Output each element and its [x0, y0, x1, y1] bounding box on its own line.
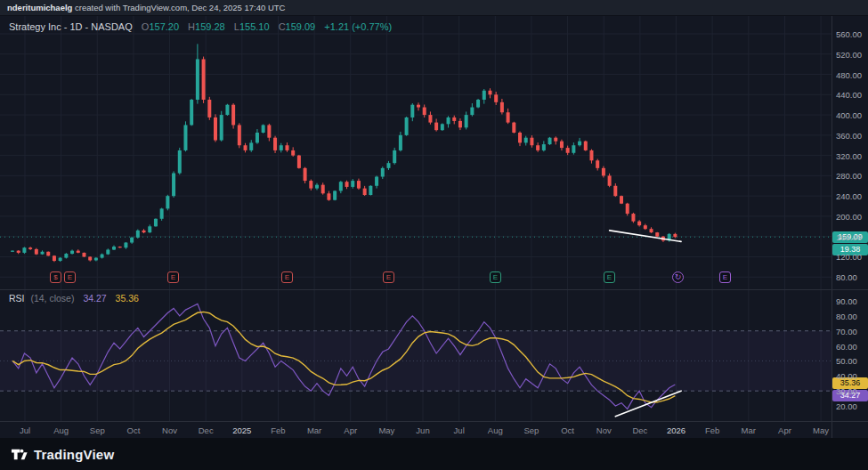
time-tick-label: Jul — [20, 425, 30, 435]
time-tick-label: Jun — [416, 425, 429, 435]
rsi-tick-label: 40.00 — [836, 371, 857, 381]
time-tick-label: Dec — [632, 425, 647, 435]
change-value: +1.21 (+0.77%) — [324, 21, 392, 32]
time-tick-label: May — [378, 425, 394, 435]
price-tick-label: 400.00 — [836, 110, 862, 120]
close-label: C — [279, 21, 286, 32]
time-tick-label: Apr — [344, 425, 357, 435]
rsi-tick-label: 70.00 — [836, 326, 857, 336]
time-tick-label: Nov — [596, 425, 612, 435]
tradingview-chart-page: nderitumichaelg created with TradingView… — [0, 0, 868, 470]
split-icon[interactable]: ↻ — [672, 271, 684, 283]
time-tick-label: Sep — [90, 425, 105, 435]
price-tick-label: 280.00 — [836, 171, 862, 181]
price-tick-label: 320.00 — [836, 150, 862, 160]
rsi-tick-label: 50.00 — [836, 356, 857, 366]
price-tick-label: 240.00 — [836, 191, 862, 201]
tradingview-logo-icon[interactable] — [11, 446, 28, 463]
footer-bar: TradingView — [0, 438, 868, 470]
earnings-icon[interactable]: E — [604, 271, 615, 283]
price-tick-label: 160.00 — [836, 231, 862, 241]
rsi-ma-current-value: 35.36 — [116, 293, 139, 304]
price-tick-label: 360.00 — [836, 130, 862, 140]
rsi-name[interactable]: RSI — [9, 293, 25, 304]
close-value: 159.09 — [286, 21, 316, 32]
time-tick-label: Dec — [199, 425, 214, 435]
price-tick-label: 80.00 — [836, 272, 857, 282]
time-tick-label: Sep — [524, 425, 539, 435]
earnings-icon[interactable]: E — [490, 271, 501, 283]
rsi-legend: RSI (14, close) 34.27 35.36 — [9, 293, 139, 304]
earnings-icon[interactable]: E — [167, 271, 179, 283]
time-tick-label: Feb — [271, 425, 285, 435]
price-tick-label: 200.00 — [836, 211, 862, 221]
time-tick-label: Oct — [561, 425, 574, 435]
time-tick-label: 2026 — [667, 425, 685, 435]
price-tick-label: 520.00 — [836, 49, 862, 59]
high-label: H — [188, 21, 195, 32]
price-tick-label: 480.00 — [836, 69, 862, 79]
time-tick-label: 2025 — [232, 425, 251, 435]
tradingview-wordmark[interactable]: TradingView — [34, 447, 114, 462]
time-tick-label: Mar — [742, 425, 756, 435]
time-tick-label: Apr — [778, 425, 791, 435]
time-tick-label: Aug — [488, 425, 503, 435]
time-tick-label: Oct — [127, 425, 141, 435]
open-value: 157.20 — [149, 21, 179, 32]
symbol-title[interactable]: Strategy Inc - 1D - NASDAQ — [9, 21, 133, 32]
price-tick-label: 440.00 — [836, 90, 862, 100]
earnings-icon[interactable]: E — [64, 271, 76, 283]
rsi-tick-label: 90.00 — [836, 296, 857, 306]
rsi-tick-label: 60.00 — [836, 341, 857, 351]
upcoming-earnings-icon[interactable]: E — [719, 271, 731, 283]
earnings-icon[interactable]: E — [281, 271, 293, 283]
chart-canvas[interactable] — [0, 0, 868, 438]
price-tick-label: 120.00 — [836, 252, 862, 262]
symbol-legend: Strategy Inc - 1D - NASDAQ O157.20 H159.… — [9, 21, 392, 32]
time-tick-label: Jul — [454, 425, 465, 435]
low-value: 155.10 — [239, 21, 270, 32]
rsi-tick-label: 80.00 — [836, 311, 857, 320]
time-tick-label: Nov — [162, 425, 177, 435]
time-tick-label: Feb — [705, 425, 719, 435]
time-tick-label: Mar — [307, 425, 321, 435]
rsi-tick-label: 20.00 — [836, 401, 857, 411]
time-tick-label: Aug — [53, 425, 69, 435]
rsi-tick-label: 30.00 — [836, 386, 857, 396]
dividend-icon[interactable]: $ — [50, 271, 61, 283]
earnings-icon[interactable]: E — [383, 271, 394, 283]
high-value: 159.28 — [195, 21, 225, 32]
rsi-current-value: 34.27 — [83, 293, 106, 304]
price-tick-label: 560.00 — [836, 29, 862, 39]
rsi-params: (14, close) — [30, 293, 74, 304]
time-tick-label: May — [813, 425, 829, 435]
